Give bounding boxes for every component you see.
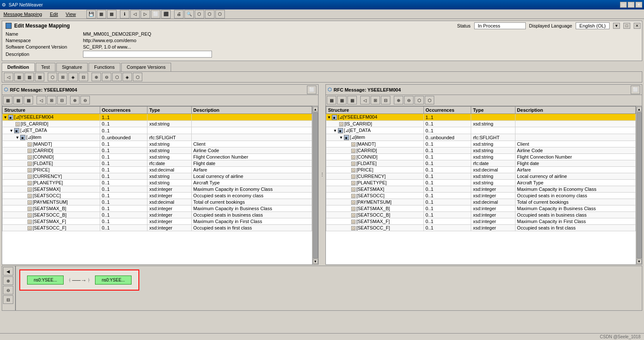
table-row[interactable]: □[PLANETYPE]0..1xsd:stringAircraft Type — [326, 180, 636, 186]
toolbar-save[interactable]: 💾 — [86, 10, 96, 18]
bl-icon3[interactable]: ⊖ — [3, 286, 13, 294]
bl-icon2[interactable]: ⊕ — [3, 276, 13, 285]
bl-icon1[interactable]: ◀ — [3, 267, 13, 276]
left-scrollbar-v[interactable]: ▲ ▼ — [312, 106, 318, 264]
table-row[interactable]: □[IS_CARRID]0..1xsd:string — [326, 121, 636, 127]
rpt-icon6[interactable]: ⊟ — [381, 96, 390, 104]
left-table-scroll[interactable]: Structure Occurrences Type Description ▼… — [2, 106, 312, 264]
lpt-icon7[interactable]: ⊕ — [70, 96, 80, 104]
expand-icon[interactable]: ▼ — [327, 115, 331, 119]
left-panel-expand[interactable]: ⬜ — [307, 86, 316, 94]
close-button[interactable]: ✕ — [635, 2, 642, 8]
win-restore[interactable]: □ — [623, 23, 630, 29]
table-row[interactable]: □[SEATSMAX_F]0..1xsd:integerMaximum Capa… — [326, 218, 636, 225]
lpt-icon8[interactable]: ⊖ — [80, 96, 90, 104]
rpt-icon4[interactable]: ◁ — [360, 96, 370, 104]
lang-dropdown[interactable]: ▼ — [613, 23, 620, 29]
table-row[interactable]: □[CARRID]0..1xsd:stringAirline Code — [3, 147, 312, 154]
table-row[interactable]: □[SEATSOCC]0..1xsd:integerOccupied seats… — [3, 193, 312, 199]
tb2-expand[interactable]: ⊕ — [92, 73, 101, 81]
lpt-icon5[interactable]: ⊞ — [47, 96, 56, 104]
table-row[interactable]: □[SEATSOCC]0..1xsd:integerOccupied seats… — [326, 193, 636, 199]
tb2-func2[interactable]: ⊞ — [58, 73, 67, 81]
description-field[interactable] — [83, 51, 212, 58]
toolbar-print[interactable]: 🖨 — [174, 10, 184, 18]
table-row[interactable]: ▼▣[⊿]ET_DATA0..1 — [3, 127, 312, 134]
right-scroll-down[interactable]: ▼ — [637, 259, 642, 264]
toolbar-misc3[interactable]: ⬡ — [215, 10, 225, 18]
table-row[interactable]: □[PRICE]0..1xsd:decimalAirfare — [3, 167, 312, 173]
mapping-target-node[interactable]: ns0:YSEE... — [95, 276, 132, 285]
table-row[interactable]: □[SEATSMAX_F]0..1xsd:integerMaximum Capa… — [3, 218, 312, 225]
toolbar-find[interactable]: 🔍 — [184, 10, 194, 18]
table-row[interactable]: ▼▣[⊿]item0..unboundedrfc:SFLIGHT — [326, 134, 636, 141]
tb2-misc2[interactable]: ◈ — [123, 73, 132, 81]
expand-icon[interactable]: ▼ — [3, 115, 7, 119]
table-row[interactable]: ▼▣[⊿]YSEELEFM0041..1 — [3, 114, 312, 121]
right-panel-expand[interactable]: ⬜ — [631, 86, 640, 94]
table-row[interactable]: □[SEATSMAX]0..1xsd:integerMaximum Capaci… — [3, 186, 312, 193]
toolbar-nav4[interactable]: ⬛ — [161, 10, 171, 18]
tb2-func4[interactable]: ⊟ — [79, 73, 88, 81]
toolbar-grid1[interactable]: ▦ — [97, 10, 106, 18]
table-row[interactable]: □[SEATSOCC_B]0..1xsd:integerOccupied sea… — [326, 212, 636, 218]
expand-icon[interactable]: ▼ — [339, 135, 343, 140]
toolbar-info[interactable]: ℹ — [120, 10, 129, 18]
table-row[interactable]: □[SEATSOCC_F]0..1xsd:integerOccupied sea… — [326, 225, 636, 231]
table-row[interactable]: ▼▣[⊿]YSEELEFM0041..1 — [326, 114, 636, 121]
maximize-button[interactable]: □ — [628, 2, 635, 8]
toolbar-nav1[interactable]: ◁ — [130, 10, 140, 18]
toolbar-nav3[interactable]: ⬜ — [151, 10, 160, 18]
table-row[interactable]: ▼▣[⊿]item0..unboundedrfc:SFLIGHT — [3, 134, 312, 141]
expand-icon[interactable]: ▼ — [15, 135, 19, 140]
tb2-func1[interactable]: ⬡ — [48, 73, 57, 81]
bl-icon4[interactable]: ⊟ — [3, 295, 13, 304]
tab-signature[interactable]: Signature — [56, 63, 88, 71]
left-scroll-down[interactable]: ▼ — [313, 259, 318, 264]
toolbar-misc1[interactable]: ⬡ — [195, 10, 204, 18]
lpt-icon1[interactable]: ▦ — [3, 96, 12, 104]
table-row[interactable]: □[CURRENCY]0..1xsd:stringLocal currency … — [3, 173, 312, 180]
table-row[interactable]: □[CURRENCY]0..1xsd:stringLocal currency … — [326, 173, 636, 180]
lpt-icon3[interactable]: ▦ — [24, 96, 33, 104]
table-row[interactable]: □[PRICE]0..1xsd:decimalAirfare — [326, 167, 636, 173]
right-scroll-up[interactable]: ▲ — [637, 107, 642, 112]
tab-test[interactable]: Test — [36, 63, 55, 71]
expand-icon[interactable]: ▼ — [333, 129, 337, 133]
table-row[interactable]: □[SEATSMAX_B]0..1xsd:integerMaximum Capa… — [3, 205, 312, 212]
left-scroll-up[interactable]: ▲ — [313, 107, 318, 112]
rpt-icon2[interactable]: ▦ — [337, 96, 347, 104]
rpt-icon3[interactable]: ▦ — [347, 96, 357, 104]
table-row[interactable]: □[FLDATE]0..1rfc:dateFlight date — [326, 160, 636, 167]
rpt-icon8[interactable]: ⊖ — [404, 96, 414, 104]
table-row[interactable]: □[IS_CARRID]0..1xsd:string — [3, 121, 312, 127]
win-close2[interactable]: ✕ — [634, 23, 641, 29]
tb2-collapse[interactable]: ⊖ — [102, 73, 111, 81]
table-row[interactable]: ▼▣[⊿]ET_DATA0..1 — [326, 127, 636, 134]
table-row[interactable]: □[SEATSMAX_B]0..1xsd:integerMaximum Capa… — [326, 205, 636, 212]
tab-definition[interactable]: Definition — [2, 63, 35, 71]
lpt-icon6[interactable]: ⊟ — [57, 96, 67, 104]
toolbar-nav2[interactable]: ▷ — [141, 10, 150, 18]
rpt-icon5[interactable]: ⊞ — [371, 96, 380, 104]
tab-functions[interactable]: Functions — [89, 63, 120, 71]
table-row[interactable]: □[PAYMENTSUM]0..1xsd:decimalTotal of cur… — [3, 199, 312, 205]
rpt-icon9[interactable]: ⬡ — [414, 96, 424, 104]
menu-view[interactable]: View — [64, 11, 78, 17]
mapping-canvas[interactable]: ns0:YSEE... ┤ ──→ ├ ns0:YSEE... — [15, 266, 642, 311]
right-table-scroll[interactable]: Structure Occurrences Type Description ▼… — [326, 106, 636, 264]
table-row[interactable]: □[CONNID]0..1xsd:stringFlight Connection… — [326, 154, 636, 160]
table-row[interactable]: □[CONNID]0..1xsd:stringFlight Connection… — [3, 154, 312, 160]
tb2-func3[interactable]: ◈ — [68, 73, 78, 81]
tb2-grid1[interactable]: ▦ — [14, 73, 24, 81]
mapping-source-node[interactable]: ns0:YSEE... — [27, 276, 64, 285]
tab-compare[interactable]: Compare Versions — [121, 63, 172, 71]
menu-edit[interactable]: Edit — [48, 11, 60, 17]
lpt-icon4[interactable]: ◁ — [37, 96, 46, 104]
table-row[interactable]: □[SEATSOCC_F]0..1xsd:integerOccupied sea… — [3, 225, 312, 231]
panel-resize-handle[interactable]: ⋮ — [320, 84, 324, 265]
menu-message-mapping[interactable]: Message Mapping — [2, 11, 44, 17]
table-row[interactable]: □[FLDATE]0..1rfc:dateFlight date — [3, 160, 312, 167]
toolbar-misc2[interactable]: ⬡ — [205, 10, 215, 18]
tb2-back[interactable]: ◁ — [4, 73, 13, 81]
